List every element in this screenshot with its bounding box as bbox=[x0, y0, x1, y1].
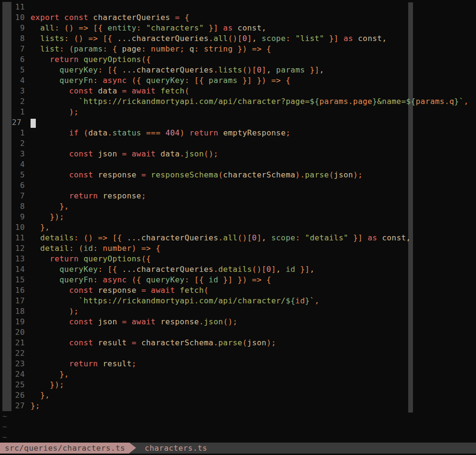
code-line[interactable]: 27 bbox=[0, 117, 476, 128]
token: lists bbox=[218, 65, 242, 74]
code-line[interactable]: 14 queryKey: [{ ...characterQueries.deta… bbox=[0, 264, 476, 275]
token: if bbox=[31, 128, 84, 137]
code-text: ); bbox=[31, 107, 79, 117]
token: queryKey bbox=[31, 65, 98, 74]
code-line[interactable]: 11 bbox=[0, 2, 476, 12]
code-line[interactable]: 26 }, bbox=[0, 390, 476, 401]
relative-line-number: 23 bbox=[0, 359, 25, 369]
token: "details" bbox=[305, 233, 349, 242]
token: ({ bbox=[132, 76, 146, 85]
relative-line-number: 6 bbox=[0, 54, 25, 65]
token: }); bbox=[31, 212, 64, 221]
code-line[interactable]: 1 ); bbox=[0, 107, 476, 117]
token: as bbox=[223, 23, 237, 32]
code-line[interactable]: 3 const data = await fetch( bbox=[0, 86, 476, 96]
code-line[interactable]: 5 queryKey: [{ ...characterQueries.lists… bbox=[0, 65, 476, 75]
token: params bbox=[74, 44, 103, 53]
token: { bbox=[185, 13, 190, 22]
code-line[interactable]: 9 }); bbox=[0, 212, 476, 222]
code-line[interactable]: 10 }, bbox=[0, 222, 476, 233]
code-text: return result; bbox=[31, 359, 137, 369]
code-line[interactable]: 16 const response = await fetch( bbox=[0, 285, 476, 296]
token: queryKey bbox=[146, 76, 185, 85]
code-line[interactable]: 11 details: () => [{ ...characterQueries… bbox=[0, 233, 476, 243]
code-line[interactable]: 6 bbox=[0, 180, 476, 191]
token: json bbox=[247, 338, 266, 347]
code-line[interactable]: 8 }, bbox=[0, 201, 476, 212]
code-line[interactable]: 9 all: () => [{ entity: "characters" }] … bbox=[0, 23, 476, 33]
token: all bbox=[31, 23, 54, 32]
token: } bbox=[305, 296, 310, 305]
token: }] bbox=[204, 23, 223, 32]
token: : [{ bbox=[98, 265, 122, 274]
token: : number; bbox=[141, 44, 190, 53]
code-line[interactable]: 27}; bbox=[0, 401, 476, 411]
relative-line-number: 21 bbox=[0, 338, 25, 348]
token: ). bbox=[296, 170, 305, 179]
code-line[interactable]: 1 if (data.status === 404) return emptyR… bbox=[0, 128, 476, 138]
token: responseSchema bbox=[151, 170, 218, 179]
code-line[interactable]: 8 lists: () => [{ ...characterQueries.al… bbox=[0, 33, 476, 44]
token: : [{ bbox=[185, 76, 209, 85]
code-line[interactable]: 6 return queryOptions({ bbox=[0, 54, 476, 65]
token: }, bbox=[31, 223, 50, 232]
relative-line-number: 2 bbox=[0, 138, 25, 149]
token: . bbox=[218, 233, 223, 242]
code-line[interactable]: 25 }); bbox=[0, 380, 476, 390]
code-text: list: (params: { page: number; q: string… bbox=[31, 44, 271, 54]
token: (); bbox=[204, 149, 218, 158]
code-line[interactable]: 2 `https://rickandmortyapi.com/api/chara… bbox=[0, 96, 476, 107]
code-line[interactable]: 7 list: (params: { page: number; q: stri… bbox=[0, 44, 476, 54]
code-line[interactable]: 4 queryFn: async ({ queryKey: [{ params … bbox=[0, 75, 476, 86]
code-line[interactable]: 2 bbox=[0, 138, 476, 149]
relative-line-number: 9 bbox=[0, 23, 25, 33]
code-line[interactable]: 23 return result; bbox=[0, 359, 476, 369]
token: , bbox=[252, 34, 262, 43]
code-line[interactable]: 13 return queryOptions({ bbox=[0, 254, 476, 264]
code-text: all: () => [{ entity: "characters" }] as… bbox=[31, 23, 266, 33]
token: queryFn bbox=[31, 275, 93, 284]
code-line[interactable]: 15 queryFn: async ({ queryKey: [{ id }] … bbox=[0, 275, 476, 285]
token: = await bbox=[122, 149, 161, 158]
code-line[interactable]: 24 }, bbox=[0, 369, 476, 380]
code-line[interactable]: 7 return response; bbox=[0, 191, 476, 201]
token: ; bbox=[132, 359, 137, 368]
token: const bbox=[31, 286, 98, 295]
code-line[interactable]: 12 detail: (id: number) => { bbox=[0, 243, 476, 254]
relative-line-number: 2 bbox=[0, 96, 25, 107]
code-text: const json = await data.json(); bbox=[31, 149, 218, 159]
token: const bbox=[31, 86, 98, 95]
token: data bbox=[88, 128, 107, 137]
token: . bbox=[180, 149, 185, 158]
code-text: }); bbox=[31, 212, 64, 222]
code-line[interactable]: 19 const json = await response.json(); bbox=[0, 317, 476, 327]
token: list bbox=[31, 44, 60, 53]
token: fetch bbox=[160, 86, 184, 95]
code-line[interactable]: 22 bbox=[0, 348, 476, 359]
token: ); bbox=[353, 170, 363, 179]
token: } bbox=[454, 97, 459, 106]
code-buffer[interactable]: 1110export const characterQueries = {9 a… bbox=[0, 2, 476, 411]
code-line[interactable]: 4 bbox=[0, 159, 476, 170]
code-line[interactable]: 18 ); bbox=[0, 306, 476, 317]
token: response bbox=[98, 170, 141, 179]
token: . bbox=[209, 34, 213, 43]
code-line[interactable]: 10export const characterQueries = { bbox=[0, 12, 476, 23]
code-text: queryKey: [{ ...characterQueries.details… bbox=[31, 264, 315, 275]
relative-line-number: 25 bbox=[0, 380, 25, 390]
token: = bbox=[141, 170, 151, 179]
relative-line-number: 20 bbox=[0, 327, 25, 338]
code-line[interactable]: 3 const json = await data.json(); bbox=[0, 149, 476, 159]
token: queryOptions bbox=[84, 55, 141, 64]
code-line[interactable]: 5 const response = responseSchema(charac… bbox=[0, 170, 476, 180]
token: = await bbox=[141, 286, 180, 295]
token: . bbox=[199, 317, 204, 326]
code-line[interactable]: 20 bbox=[0, 327, 476, 338]
code-text: }, bbox=[31, 201, 69, 212]
code-line[interactable]: 21 const result = characterSchema.parse(… bbox=[0, 338, 476, 348]
code-line[interactable]: 17 `https://rickandmortyapi.com/api/char… bbox=[0, 296, 476, 306]
statusline-filepath: src/queries/characters.ts bbox=[0, 443, 129, 454]
relative-line-number: 26 bbox=[0, 390, 25, 401]
token: scope bbox=[262, 34, 286, 43]
relative-line-number: 10 bbox=[0, 12, 25, 23]
